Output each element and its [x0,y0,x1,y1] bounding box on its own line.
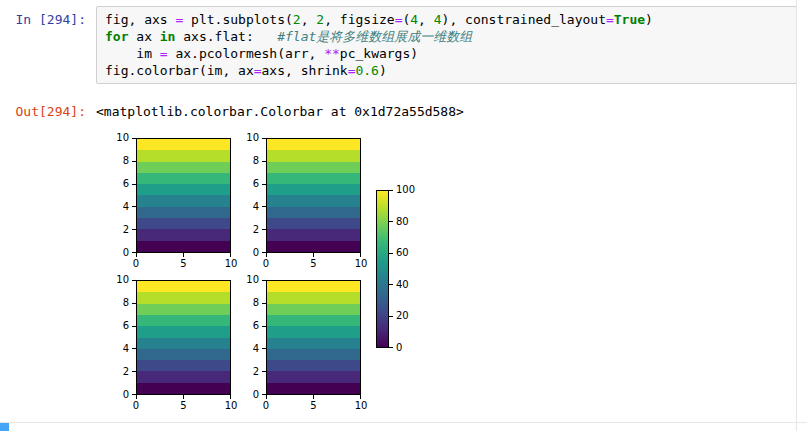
tick-label: 0 [253,390,259,400]
input-cell: In [294]: fig, axs = plt.subplots(2, 2, … [0,0,807,84]
tick-label: 10 [116,133,129,143]
tick-label: 8 [253,156,259,166]
tick-label: 6 [123,179,129,189]
x-axis-tickmarks [136,253,231,257]
code-token-plain: fig, axs [105,12,175,27]
output-prompt: Out[294]: [0,98,96,120]
subplot-top-right: 1086420 0510 [266,138,361,253]
code-token-num: 0.6 [355,63,378,78]
output-cell: Out[294]: <matplotlib.colorbar.Colorbar … [0,98,807,418]
tick-label: 0 [123,248,129,258]
code-token-plain: ax.pcolormesh(arr, [168,46,325,61]
code-token-kw: in [160,29,176,44]
y-axis-tickmarks [132,138,136,253]
code-token-num: 4 [434,12,442,27]
tick-label: 20 [396,311,409,321]
tick-label: 5 [180,259,186,269]
tick-label: 5 [310,401,316,411]
code-token-plain: ), constrained_layout [442,12,606,27]
tick-label: 0 [123,390,129,400]
tick-label: 8 [123,298,129,308]
code-line-3: im = ax.pcolormesh(arr, **pc_kwargs) [105,45,788,62]
code-token-plain: axs, shrink [262,63,348,78]
tick-label: 8 [123,156,129,166]
code-token-plain: , figsize [324,12,394,27]
code-token-num: 4 [410,12,418,27]
matplotlib-figure: 1086420 0510 1086420 0510 1086420 0510 [100,130,440,418]
tick-label: 2 [253,225,259,235]
code-token-plain: fig.colorbar(im, ax [105,63,254,78]
tick-label: 0 [253,248,259,258]
subplot-bottom-left: 1086420 0510 [136,280,231,395]
scrollbar-edge [796,0,797,431]
code-token-op: = [254,63,262,78]
code-token-kw: for [105,29,128,44]
code-line-4: fig.colorbar(im, ax=axs, shrink=0.6) [105,62,788,79]
tick-label: 10 [116,275,129,285]
next-cell-selection-indicator[interactable] [0,423,9,431]
pcolormesh-plot [266,280,361,395]
y-axis-tickmarks [262,280,266,395]
code-line-1: fig, axs = plt.subplots(2, 2, figsize=(4… [105,11,788,28]
colorbar-gradient [376,190,389,348]
tick-label: 2 [123,367,129,377]
tick-label: 0 [133,401,139,411]
tick-label: 10 [355,259,368,269]
tick-label: 100 [396,185,415,195]
x-axis-tickmarks [266,395,361,399]
code-token-plain: , [301,12,317,27]
tick-label: 2 [123,225,129,235]
y-axis-tickmarks [262,138,266,253]
tick-label: 80 [396,217,409,227]
y-axis-tickmarks [132,280,136,395]
code-editor[interactable]: fig, axs = plt.subplots(2, 2, figsize=(4… [96,6,797,84]
tick-label: 4 [123,344,129,354]
tick-label: 4 [253,202,259,212]
output-repr-text: <matplotlib.colorbar.Colorbar at 0x1d72a… [96,98,807,120]
jupyter-notebook: In [294]: fig, axs = plt.subplots(2, 2, … [0,0,807,431]
pcolormesh-plot [266,138,361,253]
tick-label: 0 [396,343,402,353]
tick-label: 0 [263,259,269,269]
subplot-top-left: 1086420 0510 [136,138,231,253]
code-token-comment: #flat是将多维数组展成一维数组 [277,29,472,44]
tick-label: 60 [396,248,409,258]
code-token-plain: ax [128,29,159,44]
code-token-plain: plt.subplots( [183,12,293,27]
code-token-plain: ) [645,12,653,27]
tick-label: 0 [133,259,139,269]
tick-label: 6 [253,179,259,189]
code-token-num: 2 [293,12,301,27]
tick-label: 10 [225,401,238,411]
input-prompt: In [294]: [0,6,96,28]
code-line-2: for ax in axs.flat: #flat是将多维数组展成一维数组 [105,28,788,45]
colorbar-tickmarks [389,190,393,348]
tick-label: 5 [310,259,316,269]
code-token-plain: im [105,46,160,61]
code-token-kw: True [614,12,645,27]
pcolormesh-plot [136,280,231,395]
tick-label: 40 [396,280,409,290]
code-token-plain: axs.flat: [175,29,277,44]
tick-label: 10 [246,275,259,285]
tick-label: 6 [253,321,259,331]
colorbar: 100806040200 [376,190,389,348]
cell-divider [0,422,807,423]
code-token-op: ** [324,46,340,61]
tick-label: 10 [225,259,238,269]
tick-label: 8 [253,298,259,308]
subplot-bottom-right: 1086420 0510 [266,280,361,395]
tick-label: 4 [253,344,259,354]
code-token-plain: ) [379,63,387,78]
code-token-op: = [606,12,614,27]
code-token-plain: pc_kwargs) [340,46,418,61]
tick-label: 10 [355,401,368,411]
tick-label: 2 [253,367,259,377]
tick-label: 0 [263,401,269,411]
tick-label: 5 [180,401,186,411]
x-axis-tickmarks [136,395,231,399]
code-token-plain: , [418,12,434,27]
pcolormesh-plot [136,138,231,253]
output-area: <matplotlib.colorbar.Colorbar at 0x1d72a… [96,98,807,418]
tick-label: 10 [246,133,259,143]
